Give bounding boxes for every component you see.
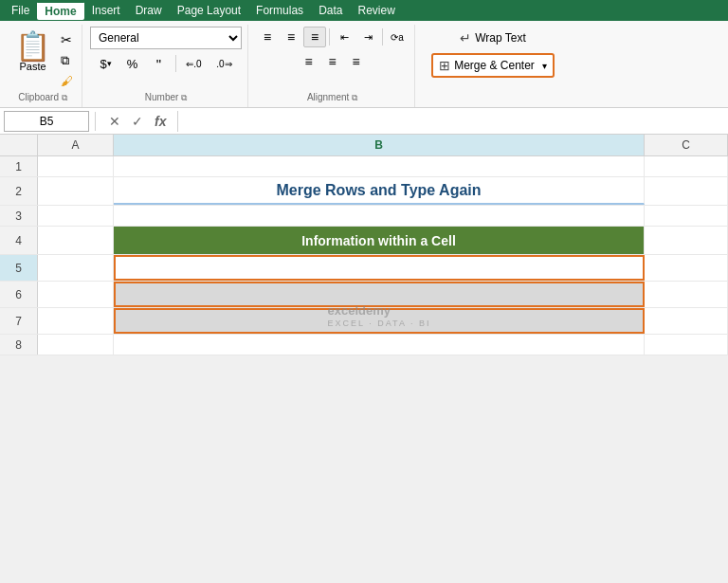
align-top-left-button[interactable]: ≡ [256,27,279,47]
menu-data[interactable]: Data [311,2,350,19]
name-box[interactable] [4,111,89,132]
confirm-formula-button[interactable]: ✓ [130,112,145,131]
spreadsheet: A B C 1 2 Merge Rows and Type Again 3 4 … [0,135,728,355]
watermark-text: exceldemy EXCEL · DATA · BI [328,303,431,328]
menu-draw[interactable]: Draw [128,2,170,19]
align-right-button[interactable]: ≡ [345,51,368,72]
comma-button[interactable]: " [147,53,172,74]
indent-decrease-button[interactable]: ⇤ [333,27,355,47]
insert-function-button[interactable]: fx [153,112,168,131]
cell-a7[interactable] [38,308,114,334]
col-header-a[interactable]: A [38,135,114,155]
indent-increase-button[interactable]: ⇥ [356,27,379,47]
row-header-8: 8 [0,335,38,355]
formula-bar: ✕ ✓ fx [0,108,728,135]
cancel-formula-button[interactable]: ✕ [107,112,122,131]
col-header-c[interactable]: C [645,135,728,155]
format-painter-button[interactable]: 🖌 [58,72,76,90]
dollar-button[interactable]: $ ▾ [94,53,118,74]
clipboard-expand-icon[interactable]: ⧉ [62,93,67,102]
paste-button[interactable]: 📋 Paste [9,28,56,76]
cell-c5[interactable] [645,255,728,281]
decimal-decrease-button[interactable]: .0⇒ [210,53,239,74]
cell-c1[interactable] [645,156,728,176]
menu-home[interactable]: Home [37,1,83,20]
table-row: 3 [0,206,728,227]
cell-b3[interactable] [114,206,645,226]
align-top-right-button[interactable]: ≡ [303,27,326,47]
cell-a2[interactable] [38,177,114,205]
align-top-right-icon: ≡ [311,29,318,45]
menu-formulas[interactable]: Formulas [248,2,311,19]
align-center-icon: ≡ [328,54,336,69]
cell-a6[interactable] [38,282,114,307]
align-left-button[interactable]: ≡ [298,51,320,72]
merge-center-button[interactable]: ⊞ Merge & Center ▾ [431,53,555,78]
wrap-text-label: Wrap Text [475,31,526,45]
number-expand-icon[interactable]: ⧉ [181,93,187,102]
cell-b5[interactable] [114,255,645,281]
alignment-bottom-row: ≡ ≡ ≡ [298,51,368,72]
cell-a8[interactable] [38,335,114,355]
cell-a3[interactable] [38,206,114,226]
copy-button[interactable]: ⧉ [58,51,76,70]
percent-button[interactable]: % [120,53,145,74]
percent-icon: % [127,57,138,71]
align-center-button[interactable]: ≡ [321,51,344,72]
copy-icon: ⧉ [61,53,69,68]
alignment-group: ≡ ≡ ≡ ⇤ ⇥ ⟳a [250,25,415,107]
cell-c6[interactable] [645,282,728,307]
decimal-increase-button[interactable]: ⇐.0 [180,53,209,74]
table-row: 1 [0,156,728,177]
formula-bar-icons: ✕ ✓ fx [101,112,173,131]
row-header-5: 5 [0,255,38,281]
cell-b1[interactable] [114,156,645,176]
text-direction-button[interactable]: ⟳a [386,27,409,47]
paste-icon: 📋 [15,32,50,61]
cell-c2[interactable] [645,177,728,205]
cell-a1[interactable] [38,156,114,176]
decimal-increase-icon: ⇐.0 [186,59,201,69]
indent-increase-icon: ⇥ [364,31,373,44]
formula-input[interactable] [177,111,724,132]
table-row: 5 [0,255,728,282]
cell-b4[interactable]: Information within a Cell [114,227,645,254]
cell-a4[interactable] [38,227,114,254]
formula-bar-divider [95,112,96,131]
indent-decrease-icon: ⇤ [340,31,349,44]
alignment-top-row: ≡ ≡ ≡ ⇤ ⇥ ⟳a [256,27,409,47]
corner-cell [0,135,38,155]
menu-review[interactable]: Review [350,2,402,19]
wrap-merge-group: ↵ Wrap Text ⊞ Merge & Center ▾ [417,25,569,107]
paste-label: Paste [19,61,46,72]
cell-c4[interactable] [645,227,728,254]
align-top-center-button[interactable]: ≡ [280,27,302,47]
cell-b7[interactable]: exceldemy EXCEL · DATA · BI [114,308,645,334]
menu-file[interactable]: File [4,2,37,19]
cell-c7[interactable] [645,308,728,334]
row-header-6: 6 [0,282,38,307]
row-header-1: 1 [0,156,38,176]
menu-page-layout[interactable]: Page Layout [170,2,248,19]
cell-c3[interactable] [645,206,728,226]
align-top-center-icon: ≡ [287,29,295,45]
row-header-4: 4 [0,227,38,254]
clipboard-label: Clipboard ⧉ [4,92,82,103]
menu-insert[interactable]: Insert [84,2,128,19]
cell-a5[interactable] [38,255,114,281]
cut-button[interactable]: ✂ [58,30,76,49]
wrap-text-button[interactable]: ↵ Wrap Text [453,27,533,49]
align-left-icon: ≡ [304,54,312,69]
number-format-select[interactable]: General [90,27,242,49]
row-header-7: 7 [0,308,38,334]
cell-b2[interactable]: Merge Rows and Type Again [114,177,645,205]
cell-b8[interactable] [114,335,645,355]
cell-c8[interactable] [645,335,728,355]
merge-center-dropdown-icon[interactable]: ▾ [542,61,547,71]
table-row: 7 exceldemy EXCEL · DATA · BI [0,308,728,335]
align-top-left-icon: ≡ [264,29,271,45]
col-header-b[interactable]: B [114,135,645,155]
alignment-expand-icon[interactable]: ⧉ [352,93,357,102]
text-direction-icon: ⟳a [391,32,404,43]
format-painter-icon: 🖌 [61,74,73,88]
